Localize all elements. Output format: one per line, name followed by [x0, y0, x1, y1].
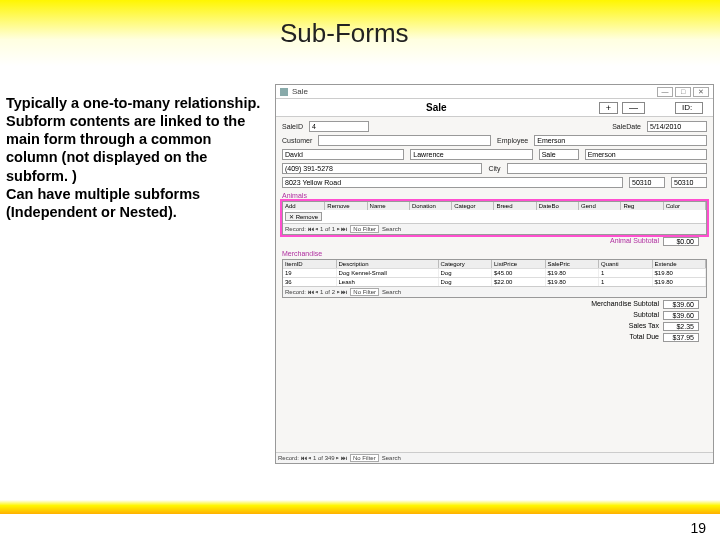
nofilter-button[interactable]: No Filter: [350, 288, 379, 296]
col-datebo[interactable]: DateBo: [537, 202, 579, 210]
col-listprice[interactable]: ListPrice: [492, 260, 546, 268]
phone-field[interactable]: (409) 391-5278: [282, 163, 482, 174]
cell[interactable]: Dog: [439, 278, 493, 286]
col-reg[interactable]: Reg: [621, 202, 663, 210]
slide-footer-bar: [0, 500, 720, 514]
close-button[interactable]: ✕: [693, 87, 709, 97]
cell[interactable]: 36: [283, 278, 337, 286]
animal-subtotal-value: $0.00: [663, 237, 699, 246]
animals-subform: Add Remove Name Donation Categor Breed D…: [282, 201, 707, 235]
row-remove-button[interactable]: ✕ Remove: [285, 212, 322, 221]
saledate-field[interactable]: 5/14/2010: [647, 121, 707, 132]
col-category[interactable]: Categor: [452, 202, 494, 210]
col-gend[interactable]: Gend: [579, 202, 621, 210]
col-saleprice[interactable]: SalePric: [546, 260, 600, 268]
total-value: $39.60: [663, 300, 699, 309]
cell[interactable]: $19.80: [546, 278, 600, 286]
cell[interactable]: Leash: [337, 278, 439, 286]
body-text: Typically a one-to-many relationship. Su…: [6, 94, 265, 221]
col-name[interactable]: Name: [368, 202, 410, 210]
col-itemid[interactable]: ItemID: [283, 260, 337, 268]
merch-subtotal-row: Merchandise Subtotal $39.60: [282, 300, 707, 309]
cell[interactable]: $19.80: [546, 269, 600, 277]
animals-row: ✕ Remove: [283, 210, 706, 223]
form-title: Sale: [276, 102, 597, 113]
city-label: City: [488, 165, 500, 172]
slide-title: Sub-Forms: [280, 18, 409, 49]
total-value: $37.95: [663, 333, 699, 342]
col-add[interactable]: Add: [283, 202, 325, 210]
saleid-label: SaleID: [282, 123, 303, 130]
recnav-label: Record: ⏮ ◀ 1 of 2 ▶ ⏭: [285, 289, 347, 295]
embedded-screenshot: Sale — □ ✕ Sale + — ID: SaleID 4 SaleDat…: [275, 66, 720, 476]
col-extend[interactable]: Extende: [653, 260, 707, 268]
cell[interactable]: 19: [283, 269, 337, 277]
search-box[interactable]: Search: [382, 455, 401, 461]
address-field[interactable]: 8023 Yellow Road: [282, 177, 623, 188]
employee-label: Employee: [497, 137, 528, 144]
slide-header: Sub-Forms: [0, 0, 720, 66]
cell[interactable]: Dog: [439, 269, 493, 277]
cell[interactable]: $19.80: [653, 278, 707, 286]
minimize-button[interactable]: —: [657, 87, 673, 97]
merch-section-label: Merchandise: [282, 250, 707, 257]
col-cat[interactable]: Category: [439, 260, 493, 268]
lastname-field[interactable]: Lawrence: [410, 149, 532, 160]
add-record-button[interactable]: +: [599, 102, 618, 114]
window-titlebar: Sale — □ ✕: [276, 85, 713, 99]
animal-subtotal-label: Animal Subtotal: [610, 237, 659, 246]
col-color[interactable]: Color: [664, 202, 706, 210]
totaldue-row: Total Due $37.95: [282, 333, 707, 342]
main-recnav[interactable]: Record: ⏮ ◀ 1 of 349 ▶ ⏭ No Filter Searc…: [276, 452, 713, 463]
window-icon: [280, 88, 288, 96]
saledate-label: SaleDate: [612, 123, 641, 130]
total-label: Subtotal: [633, 311, 659, 320]
firstname-field[interactable]: David: [282, 149, 404, 160]
merch-row-1[interactable]: 19 Dog Kennel-Small Dog $45.00 $19.80 1 …: [283, 268, 706, 277]
saleid-field[interactable]: 4: [309, 121, 369, 132]
empname-field[interactable]: Emerson: [585, 149, 707, 160]
merch-subform: ItemID Description Category ListPrice Sa…: [282, 259, 707, 298]
col-qty[interactable]: Quanti: [599, 260, 653, 268]
total-label: Sales Tax: [629, 322, 659, 331]
cell[interactable]: 1: [599, 269, 653, 277]
empcode-field[interactable]: Sale: [539, 149, 579, 160]
cell[interactable]: $19.80: [653, 269, 707, 277]
total-value: $39.60: [663, 311, 699, 320]
sale-window: Sale — □ ✕ Sale + — ID: SaleID 4 SaleDat…: [275, 84, 714, 464]
delete-record-button[interactable]: —: [622, 102, 645, 114]
employee-field[interactable]: Emerson: [534, 135, 707, 146]
nofilter-button[interactable]: No Filter: [350, 454, 379, 462]
col-desc[interactable]: Description: [337, 260, 439, 268]
merch-recnav[interactable]: Record: ⏮ ◀ 1 of 2 ▶ ⏭ No Filter Search: [283, 286, 706, 297]
salestax-row: Sales Tax $2.35: [282, 322, 707, 331]
cell[interactable]: $45.00: [492, 269, 546, 277]
col-donation[interactable]: Donation: [410, 202, 452, 210]
cell[interactable]: 1: [599, 278, 653, 286]
animal-subtotal-row: Animal Subtotal $0.00: [282, 237, 707, 246]
search-box[interactable]: Search: [382, 289, 401, 295]
maximize-button[interactable]: □: [675, 87, 691, 97]
nofilter-button[interactable]: No Filter: [350, 225, 379, 233]
search-box[interactable]: Search: [382, 226, 401, 232]
col-remove[interactable]: Remove: [325, 202, 367, 210]
merch-headers: ItemID Description Category ListPrice Sa…: [283, 260, 706, 268]
cell[interactable]: $22.00: [492, 278, 546, 286]
merch-row-2[interactable]: 36 Leash Dog $22.00 $19.80 1 $19.80: [283, 277, 706, 286]
city-field[interactable]: [507, 163, 707, 174]
zip2-field[interactable]: 50310: [671, 177, 707, 188]
slide-body: Typically a one-to-many relationship. Su…: [0, 66, 720, 476]
customer-label: Customer: [282, 137, 312, 144]
window-title: Sale: [292, 87, 655, 96]
customer-field[interactable]: [318, 135, 491, 146]
page-number: 19: [690, 520, 706, 536]
recnav-label: Record: ⏮ ◀ 1 of 1 ▶ ⏭: [285, 226, 347, 232]
animals-recnav[interactable]: Record: ⏮ ◀ 1 of 1 ▶ ⏭ No Filter Search: [283, 223, 706, 234]
total-label: Total Due: [629, 333, 659, 342]
cell[interactable]: Dog Kennel-Small: [337, 269, 439, 277]
subtotal-row: Subtotal $39.60: [282, 311, 707, 320]
form-header: Sale + — ID:: [276, 99, 713, 117]
id-box[interactable]: ID:: [675, 102, 703, 114]
zip1-field[interactable]: 50310: [629, 177, 665, 188]
col-breed[interactable]: Breed: [494, 202, 536, 210]
